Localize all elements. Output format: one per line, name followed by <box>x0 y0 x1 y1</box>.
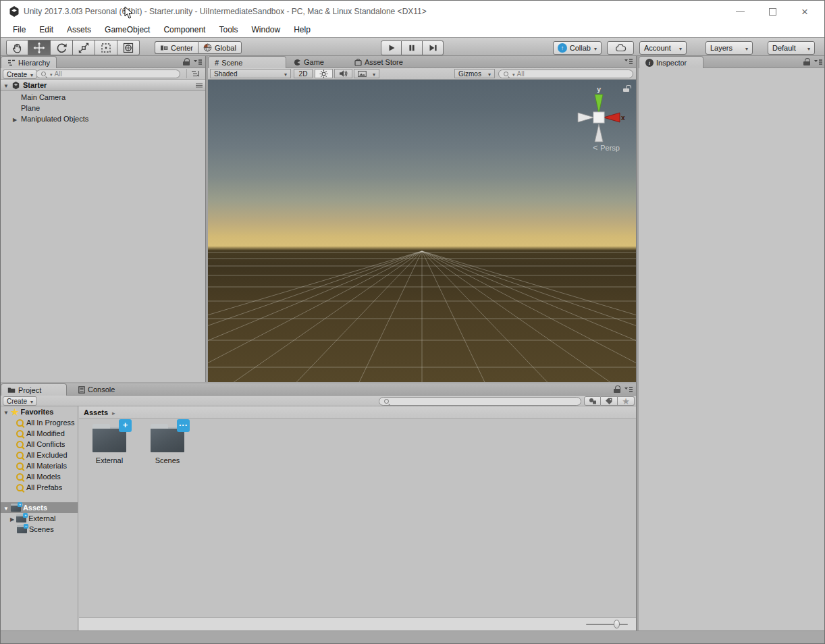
rect-tool-button[interactable] <box>95 40 117 55</box>
menu-item[interactable]: Help <box>287 25 317 34</box>
gizmo-center-cube[interactable] <box>593 112 604 123</box>
expand-triangle-icon[interactable] <box>13 115 20 123</box>
expand-triangle-icon[interactable] <box>3 408 9 416</box>
menu-item[interactable]: GameObject <box>98 25 157 34</box>
tab-asset-store[interactable]: Asset Store <box>348 56 409 68</box>
play-button[interactable] <box>381 41 402 55</box>
tab-inspector[interactable]: i Inspector <box>639 56 703 68</box>
cloud-button[interactable] <box>607 41 634 55</box>
space-mode-button[interactable]: Global <box>198 41 242 54</box>
expand-triangle-icon[interactable] <box>3 81 9 89</box>
transform-tool-button[interactable] <box>117 40 140 55</box>
hand-tool-button[interactable] <box>6 40 28 55</box>
favorites-filter-button[interactable]: ★ <box>618 396 635 406</box>
lock-icon[interactable] <box>803 58 810 65</box>
favorites-item[interactable]: All Prefabs <box>1 482 78 493</box>
breadcrumb-assets[interactable]: Assets <box>84 408 108 417</box>
menu-item[interactable]: Edit <box>32 25 60 34</box>
asset-folder-tile[interactable]: ··· Scenes <box>147 424 188 464</box>
perspective-toggle[interactable]: < Persp <box>593 143 620 153</box>
menu-item[interactable]: Assets <box>60 25 98 34</box>
layers-dropdown[interactable]: Layers <box>706 41 753 55</box>
lock-icon[interactable] <box>183 58 190 65</box>
folder-icon: + <box>92 424 126 452</box>
scale-tool-button[interactable] <box>73 40 95 55</box>
scene-header-row[interactable]: Starter <box>1 80 205 91</box>
favorites-header-row[interactable]: ★ Favorites <box>1 406 78 417</box>
saved-search-icon <box>16 419 24 427</box>
shading-mode-dropdown[interactable]: Shaded <box>210 69 291 78</box>
slider-thumb[interactable] <box>614 620 620 628</box>
minimize-button[interactable] <box>728 1 751 22</box>
hierarchy-create-button[interactable]: Create <box>3 70 37 79</box>
layout-dropdown[interactable]: Default <box>768 41 815 55</box>
maximize-button[interactable] <box>761 1 784 22</box>
tab-project[interactable]: Project <box>1 383 67 396</box>
lighting-toggle-button[interactable] <box>315 69 333 78</box>
favorites-item[interactable]: All Materials <box>1 460 78 471</box>
saved-search-icon <box>16 440 24 449</box>
axis-y-cone-icon[interactable] <box>595 95 603 113</box>
create-label: Create <box>7 71 27 78</box>
tab-scene[interactable]: # Scene <box>208 56 286 68</box>
assets-child-row[interactable]: ··· Scenes <box>1 524 78 535</box>
chevron-down-icon <box>485 70 491 78</box>
scene-orientation-gizmo[interactable]: y x <box>573 85 625 147</box>
close-button[interactable]: × <box>793 1 816 22</box>
asset-folder-label: External <box>96 456 123 464</box>
rotate-tool-button[interactable] <box>51 40 73 55</box>
hierarchy-item[interactable]: Manipulated Objects <box>1 113 205 124</box>
search-by-label-button[interactable] <box>601 396 618 406</box>
pause-button[interactable] <box>402 41 423 55</box>
search-by-type-button[interactable] <box>584 396 601 406</box>
move-tool-button[interactable] <box>28 40 51 55</box>
axis-x-cone-icon[interactable] <box>604 113 620 122</box>
pivot-mode-button[interactable]: Center <box>155 41 198 54</box>
effects-dropdown-button[interactable] <box>354 69 379 78</box>
project-create-button[interactable]: Create <box>3 396 37 406</box>
menu-item[interactable]: File <box>6 25 32 34</box>
collab-dropdown[interactable]: ↑ Collab <box>553 41 602 55</box>
panel-menu-icon[interactable] <box>193 59 203 65</box>
menu-item[interactable]: Component <box>157 25 212 34</box>
favorites-item[interactable]: All Modified <box>1 428 78 439</box>
2d-toggle-button[interactable]: 2D <box>294 69 313 78</box>
type-filter-icon <box>589 398 597 404</box>
scene-search-field[interactable]: All <box>498 70 633 78</box>
gizmos-dropdown[interactable]: Gizmos <box>454 69 495 78</box>
hierarchy-search-field[interactable]: All <box>36 70 180 78</box>
favorites-item[interactable]: All In Progress <box>1 417 78 428</box>
thumbnail-zoom-slider[interactable] <box>586 624 628 625</box>
star-icon: ★ <box>11 408 19 417</box>
menu-item[interactable]: Tools <box>212 25 244 34</box>
saved-search-icon <box>16 483 24 492</box>
axis-cone-icon[interactable] <box>595 124 603 142</box>
scene-menu-icon[interactable] <box>196 83 203 88</box>
axis-cone-icon[interactable] <box>578 113 594 122</box>
lock-icon[interactable] <box>614 385 620 393</box>
expand-triangle-icon[interactable] <box>3 504 9 512</box>
scene-viewport[interactable]: y x < Persp <box>208 80 636 382</box>
account-dropdown[interactable]: Account <box>639 41 687 55</box>
tab-hierarchy[interactable]: Hierarchy <box>1 56 57 68</box>
menu-item[interactable]: Window <box>244 25 287 34</box>
panel-menu-icon[interactable] <box>814 59 823 65</box>
expand-triangle-icon[interactable] <box>10 514 14 522</box>
assets-root-row[interactable]: + Assets <box>1 502 78 513</box>
favorites-item[interactable]: All Excluded <box>1 450 78 460</box>
asset-folder-tile[interactable]: + External <box>88 424 130 464</box>
assets-child-row[interactable]: + External <box>1 513 78 524</box>
hierarchy-item[interactable]: Plane <box>1 103 205 113</box>
global-space-icon <box>203 43 212 52</box>
tab-game[interactable]: Game <box>288 56 330 68</box>
favorites-item[interactable]: All Conflicts <box>1 439 78 450</box>
project-search-field[interactable] <box>379 397 581 406</box>
hierarchy-sort-button[interactable] <box>186 69 203 78</box>
panel-menu-icon[interactable] <box>624 58 633 65</box>
step-button[interactable] <box>423 41 444 55</box>
tab-console[interactable]: Console <box>72 383 121 396</box>
panel-menu-icon[interactable] <box>624 386 633 393</box>
hierarchy-item[interactable]: Main Camera <box>1 92 205 103</box>
favorites-item[interactable]: All Models <box>1 471 78 482</box>
audio-toggle-button[interactable] <box>334 69 352 78</box>
